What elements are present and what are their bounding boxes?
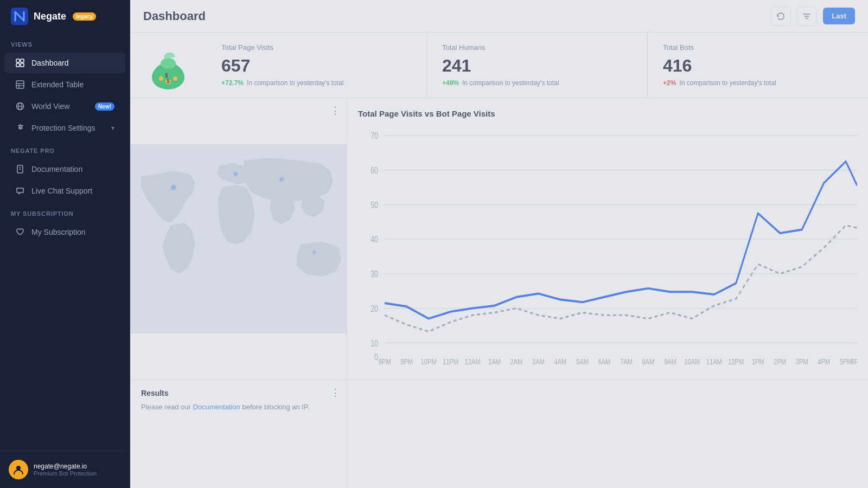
results-documentation-link[interactable]: Documentation xyxy=(193,403,240,411)
bottom-right-panel xyxy=(347,380,868,488)
stat-change-humans: +49% In comparison to yesterday's total xyxy=(442,79,632,87)
stat-image-card: $ $ xyxy=(130,33,206,98)
dashboard-icon xyxy=(15,58,25,68)
svg-rect-3 xyxy=(16,63,20,67)
svg-text:10AM: 10AM xyxy=(684,357,700,367)
map-panel: ⋮ xyxy=(130,98,347,380)
new-badge-world-view: New! xyxy=(95,102,114,111)
user-footer[interactable]: negate@negate.io Premium Bot Protection xyxy=(0,451,130,488)
sidebar-item-my-subscription[interactable]: My Subscription xyxy=(4,222,125,242)
chat-icon xyxy=(15,186,25,196)
stat-change-desc-humans: In comparison to yesterday's total xyxy=(462,79,559,87)
sidebar-item-label-dashboard: Dashboard xyxy=(31,59,114,67)
svg-text:8AM: 8AM xyxy=(642,357,654,367)
svg-point-30 xyxy=(234,172,238,176)
heart-icon xyxy=(15,227,25,237)
filter-button[interactable] xyxy=(797,7,816,26)
views-section-label: VIEWS xyxy=(0,33,130,52)
page-title: Dashboard xyxy=(143,9,206,23)
svg-text:11PM: 11PM xyxy=(443,357,458,367)
filter-icon xyxy=(802,12,811,21)
svg-text:12AM: 12AM xyxy=(465,357,481,367)
sidebar-item-label-live-chat: Live Chat Support xyxy=(31,187,114,195)
stats-row: $ $ Total Page Visits 657 +72.7% In comp… xyxy=(130,33,868,98)
content-area: ⋮ xyxy=(130,98,868,380)
sidebar-item-label-world-view: World View xyxy=(31,102,88,111)
svg-point-32 xyxy=(312,251,316,254)
results-title: Results xyxy=(141,389,336,397)
sidebar-item-documentation[interactable]: Documentation xyxy=(4,159,125,179)
my-subscription-section-label: MY SUBSCRIPTION xyxy=(0,202,130,221)
negate-pro-section-label: NEGATE PRO xyxy=(0,139,130,158)
stat-change-pos-page-visits: +72.7% xyxy=(221,79,244,87)
bottom-row: ⋮ Results Please read our Documentation … xyxy=(130,380,868,488)
svg-text:6PM: 6PM xyxy=(851,357,857,367)
negate-logo xyxy=(11,8,28,25)
stat-change-bots: +2% In comparison to yesterday's total xyxy=(663,79,853,87)
svg-text:11AM: 11AM xyxy=(706,357,722,367)
svg-text:9PM: 9PM xyxy=(400,357,413,367)
user-info: negate@negate.io Premium Bot Protection xyxy=(34,463,121,477)
results-text-after: before blocking an IP. xyxy=(240,403,310,411)
svg-text:3PM: 3PM xyxy=(796,357,808,367)
sidebar-item-label-extended-table: Extended Table xyxy=(31,80,114,89)
refresh-button[interactable] xyxy=(771,7,790,26)
settings-icon xyxy=(15,123,25,133)
results-panel: ⋮ Results Please read our Documentation … xyxy=(130,380,347,488)
sidebar-item-extended-table[interactable]: Extended Table xyxy=(4,74,125,95)
sidebar-item-dashboard[interactable]: Dashboard xyxy=(4,53,125,73)
svg-text:1AM: 1AM xyxy=(488,357,501,367)
chart-panel: Total Page Visits vs Bot Page Visits 70 … xyxy=(347,98,868,380)
svg-text:9AM: 9AM xyxy=(664,357,676,367)
svg-text:30: 30 xyxy=(371,269,378,279)
results-text: Please read our Documentation before blo… xyxy=(141,402,336,413)
svg-rect-5 xyxy=(16,81,24,88)
svg-point-25 xyxy=(173,76,177,81)
svg-text:4AM: 4AM xyxy=(554,357,567,367)
svg-text:40: 40 xyxy=(371,235,378,245)
stat-change-page-visits: +72.7% In comparison to yesterday's tota… xyxy=(221,79,411,87)
sidebar-item-live-chat[interactable]: Live Chat Support xyxy=(4,181,125,201)
svg-text:50: 50 xyxy=(371,200,378,210)
svg-text:12PM: 12PM xyxy=(728,357,744,367)
stat-change-neg-bots: +2% xyxy=(663,79,676,87)
header-actions: Last xyxy=(771,7,855,26)
svg-text:7AM: 7AM xyxy=(620,357,633,367)
svg-point-22 xyxy=(161,58,176,69)
stat-value-bots: 416 xyxy=(663,56,853,76)
legacy-badge: legacy xyxy=(73,12,96,21)
svg-rect-2 xyxy=(21,59,24,62)
svg-rect-1 xyxy=(16,59,20,62)
svg-text:20: 20 xyxy=(371,304,378,313)
last-button[interactable]: Last xyxy=(823,8,855,24)
svg-text:70: 70 xyxy=(371,131,378,141)
svg-text:2PM: 2PM xyxy=(774,357,786,367)
table-icon xyxy=(15,80,25,89)
sidebar-item-label-documentation: Documentation xyxy=(31,165,114,174)
chart-area: 70 60 50 40 30 20 10 0 8PM 9PM xyxy=(358,127,857,369)
svg-text:8PM: 8PM xyxy=(379,357,391,367)
svg-point-29 xyxy=(171,185,176,190)
svg-text:1PM: 1PM xyxy=(752,357,764,367)
svg-point-16 xyxy=(16,466,21,470)
map-panel-menu[interactable]: ⋮ xyxy=(330,105,340,117)
stat-change-pos-humans: +49% xyxy=(442,79,459,87)
sidebar-item-label-protection-settings: Protection Settings xyxy=(31,124,105,132)
svg-text:$: $ xyxy=(167,78,170,84)
stat-card-page-visits: Total Page Visits 657 +72.7% In comparis… xyxy=(206,33,427,98)
stat-value-humans: 241 xyxy=(442,56,632,76)
sidebar-item-world-view[interactable]: World View New! xyxy=(4,96,125,117)
stat-label-page-visits: Total Page Visits xyxy=(221,43,411,52)
book-icon xyxy=(15,164,25,174)
results-menu[interactable]: ⋮ xyxy=(330,387,340,399)
sidebar: Negate legacy VIEWS Dashboard Extended T… xyxy=(0,0,130,488)
user-plan: Premium Bot Protection xyxy=(34,470,121,477)
svg-text:0: 0 xyxy=(374,352,378,362)
results-text-before: Please read our xyxy=(141,403,193,411)
sidebar-item-protection-settings[interactable]: Protection Settings ▾ xyxy=(4,118,125,138)
svg-text:10PM: 10PM xyxy=(421,357,437,367)
stat-change-desc-page-visits: In comparison to yesterday's total xyxy=(247,79,343,87)
svg-rect-4 xyxy=(21,63,24,67)
chart-title: Total Page Visits vs Bot Page Visits xyxy=(358,109,857,118)
svg-text:5AM: 5AM xyxy=(576,357,589,367)
